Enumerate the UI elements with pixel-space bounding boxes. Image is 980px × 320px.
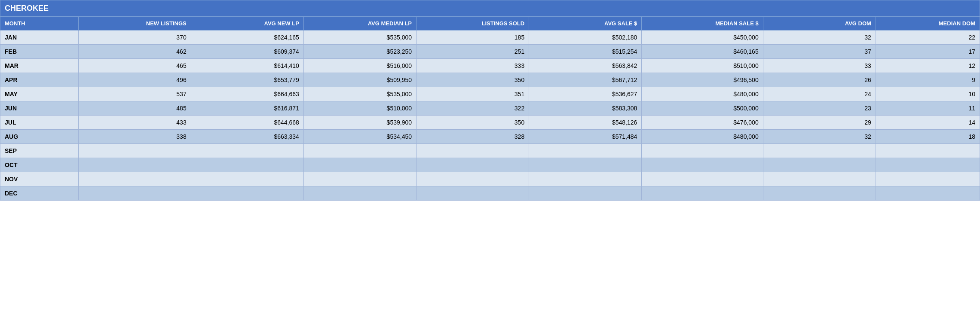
cell-avg_med_lp (303, 172, 416, 186)
cell-med_dom (876, 186, 980, 201)
table-row: AUG338$663,334$534,450328$571,484$480,00… (0, 130, 980, 144)
cell-month: DEC (0, 186, 79, 201)
cell-avg_dom: 23 (763, 101, 876, 116)
cell-med_sale: $510,000 (642, 59, 763, 73)
table-row: JUN485$616,871$510,000322$583,308$500,00… (0, 101, 980, 116)
col-header-new-listings: NEW LISTINGS (78, 17, 191, 30)
cell-avg_sale: $548,126 (529, 116, 642, 130)
col-header-listings-sold: LISTINGS SOLD (416, 17, 529, 30)
cell-avg_dom (763, 158, 876, 172)
cell-avg_sale (529, 186, 642, 201)
cell-avg_new_lp: $624,165 (191, 30, 303, 45)
cell-month: OCT (0, 158, 79, 172)
cell-new_list (78, 172, 191, 186)
cell-month: MAY (0, 87, 79, 101)
cell-new_list: 485 (78, 101, 191, 116)
table-row: JUL433$644,668$539,900350$548,126$476,00… (0, 116, 980, 130)
cell-avg_dom: 33 (763, 59, 876, 73)
cell-avg_dom (763, 144, 876, 158)
cell-med_dom (876, 172, 980, 186)
cell-list_sold: 333 (416, 59, 529, 73)
cell-list_sold: 351 (416, 87, 529, 101)
table-row: NOV (0, 172, 980, 186)
cell-month: APR (0, 73, 79, 87)
table-row: JAN370$624,165$535,000185$502,180$450,00… (0, 30, 980, 45)
title-row: CHEROKEE (0, 0, 980, 17)
cell-avg_sale (529, 172, 642, 186)
cell-med_sale (642, 186, 763, 201)
cell-avg_new_lp: $653,779 (191, 73, 303, 87)
cell-avg_new_lp (191, 144, 303, 158)
cell-list_sold: 328 (416, 130, 529, 144)
cell-avg_med_lp (303, 158, 416, 172)
col-header-avg-sale: AVG SALE $ (529, 17, 642, 30)
cell-new_list: 462 (78, 45, 191, 59)
cell-avg_sale: $571,484 (529, 130, 642, 144)
cell-avg_dom (763, 172, 876, 186)
cell-med_dom: 18 (876, 130, 980, 144)
table-row: MAY537$664,663$535,000351$536,627$480,00… (0, 87, 980, 101)
cell-month: JUN (0, 101, 79, 116)
cell-new_list: 537 (78, 87, 191, 101)
cell-avg_dom: 37 (763, 45, 876, 59)
col-header-month: MONTH (0, 17, 79, 30)
cell-avg_med_lp: $523,250 (303, 45, 416, 59)
cell-list_sold: 322 (416, 101, 529, 116)
cell-med_dom: 17 (876, 45, 980, 59)
cell-month: MAR (0, 59, 79, 73)
cell-list_sold: 350 (416, 116, 529, 130)
header-row: MONTH NEW LISTINGS AVG NEW LP AVG MEDIAN… (0, 17, 980, 30)
cell-avg_sale: $502,180 (529, 30, 642, 45)
cell-avg_new_lp (191, 186, 303, 201)
cell-list_sold (416, 186, 529, 201)
cell-med_sale: $460,165 (642, 45, 763, 59)
table-row: FEB462$609,374$523,250251$515,254$460,16… (0, 45, 980, 59)
cell-avg_sale: $567,712 (529, 73, 642, 87)
cell-avg_new_lp: $616,871 (191, 101, 303, 116)
cell-month: SEP (0, 144, 79, 158)
cell-avg_sale: $536,627 (529, 87, 642, 101)
cell-list_sold: 185 (416, 30, 529, 45)
cell-month: NOV (0, 172, 79, 186)
cell-med_dom (876, 158, 980, 172)
cell-med_sale: $500,000 (642, 101, 763, 116)
cell-avg_sale (529, 158, 642, 172)
cell-avg_dom (763, 186, 876, 201)
cell-avg_med_lp (303, 186, 416, 201)
cell-med_sale: $480,000 (642, 130, 763, 144)
col-header-median-sale: MEDIAN SALE $ (642, 17, 763, 30)
cell-new_list (78, 158, 191, 172)
cell-avg_med_lp: $509,950 (303, 73, 416, 87)
cell-med_dom: 14 (876, 116, 980, 130)
table-container: CHEROKEE MONTH NEW LISTINGS AVG NEW LP A… (0, 0, 980, 320)
cell-avg_new_lp: $663,334 (191, 130, 303, 144)
cell-med_sale (642, 172, 763, 186)
cell-month: JUL (0, 116, 79, 130)
cell-avg_new_lp (191, 172, 303, 186)
cell-month: FEB (0, 45, 79, 59)
cell-med_dom: 9 (876, 73, 980, 87)
cell-avg_new_lp: $609,374 (191, 45, 303, 59)
cell-avg_sale (529, 144, 642, 158)
cell-med_sale (642, 144, 763, 158)
col-header-avg-median-lp: AVG MEDIAN LP (303, 17, 416, 30)
cell-new_list: 370 (78, 30, 191, 45)
cell-new_list (78, 186, 191, 201)
cell-med_dom: 10 (876, 87, 980, 101)
cell-avg_sale: $583,308 (529, 101, 642, 116)
cell-med_dom: 12 (876, 59, 980, 73)
cell-avg_med_lp: $539,900 (303, 116, 416, 130)
cell-month: JAN (0, 30, 79, 45)
cell-med_sale: $496,500 (642, 73, 763, 87)
cell-new_list (78, 144, 191, 158)
cell-list_sold (416, 144, 529, 158)
table-row: OCT (0, 158, 980, 172)
cherokee-table: CHEROKEE MONTH NEW LISTINGS AVG NEW LP A… (0, 0, 980, 201)
cell-med_sale: $476,000 (642, 116, 763, 130)
cell-avg_dom: 32 (763, 130, 876, 144)
cell-list_sold (416, 158, 529, 172)
cell-avg_med_lp: $510,000 (303, 101, 416, 116)
cell-avg_new_lp: $664,663 (191, 87, 303, 101)
cell-med_dom: 22 (876, 30, 980, 45)
cell-med_dom: 11 (876, 101, 980, 116)
